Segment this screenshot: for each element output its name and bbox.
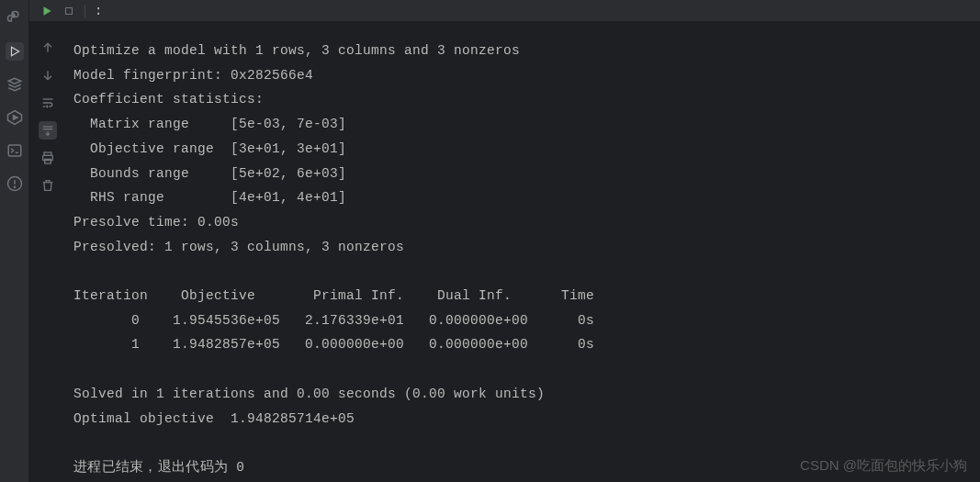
console-line: Solved in 1 iterations and 0.00 seconds … <box>73 387 545 401</box>
console-line: Optimal objective 1.948285714e+05 <box>73 411 355 426</box>
python-icon[interactable] <box>6 9 24 28</box>
path-indicator: : <box>95 4 102 18</box>
stop-icon[interactable] <box>62 5 75 17</box>
console-line: Presolved: 1 rows, 3 columns, 3 nonzeros <box>73 240 404 254</box>
console-output[interactable]: Optimize a model with 1 rows, 3 columns … <box>66 22 980 482</box>
rerun-icon[interactable] <box>40 5 53 17</box>
console-line: 1 1.9482857e+05 0.000000e+00 0.000000e+0… <box>73 337 594 352</box>
svg-point-0 <box>12 13 13 14</box>
arrow-up-icon[interactable] <box>39 39 57 57</box>
svg-marker-3 <box>13 116 17 120</box>
terminal-icon[interactable] <box>6 141 24 160</box>
services-icon[interactable] <box>6 75 24 94</box>
console-line: Matrix range [5e-03, 7e-03] <box>73 117 346 131</box>
trash-icon[interactable] <box>39 176 57 195</box>
svg-point-6 <box>14 186 15 187</box>
scroll-to-end-icon[interactable] <box>39 121 57 140</box>
console-line: Presolve time: 0.00s <box>73 215 239 230</box>
print-icon[interactable] <box>39 149 57 167</box>
console-line: Iteration Objective Primal Inf. Dual Inf… <box>73 288 594 303</box>
svg-marker-7 <box>44 6 51 15</box>
soft-wrap-icon[interactable] <box>39 94 57 112</box>
console-line: Model fingerprint: 0x282566e4 <box>73 68 313 83</box>
console-gutter <box>29 22 66 482</box>
console-line: Bounds range [5e+02, 6e+03] <box>73 166 346 181</box>
problems-icon[interactable] <box>6 174 24 193</box>
svg-rect-8 <box>66 7 73 14</box>
play-icon[interactable] <box>6 42 24 61</box>
console-line: Optimize a model with 1 rows, 3 columns … <box>73 43 520 58</box>
svg-marker-1 <box>11 47 18 55</box>
left-tool-rail <box>0 0 29 482</box>
run-toolbar: : <box>29 0 980 22</box>
console-line: 0 1.9545536e+05 2.176339e+01 0.000000e+0… <box>73 313 594 328</box>
svg-rect-4 <box>8 145 21 156</box>
console-line: RHS range [4e+01, 4e+01] <box>73 190 346 205</box>
debug-icon[interactable] <box>6 108 24 127</box>
arrow-down-icon[interactable] <box>39 66 57 84</box>
console-line: Coefficient statistics: <box>73 92 264 106</box>
console-line: Objective range [3e+01, 3e+01] <box>73 141 346 156</box>
toolbar-separator <box>84 5 85 17</box>
console-line: 进程已结束，退出代码为 0 <box>73 460 244 475</box>
